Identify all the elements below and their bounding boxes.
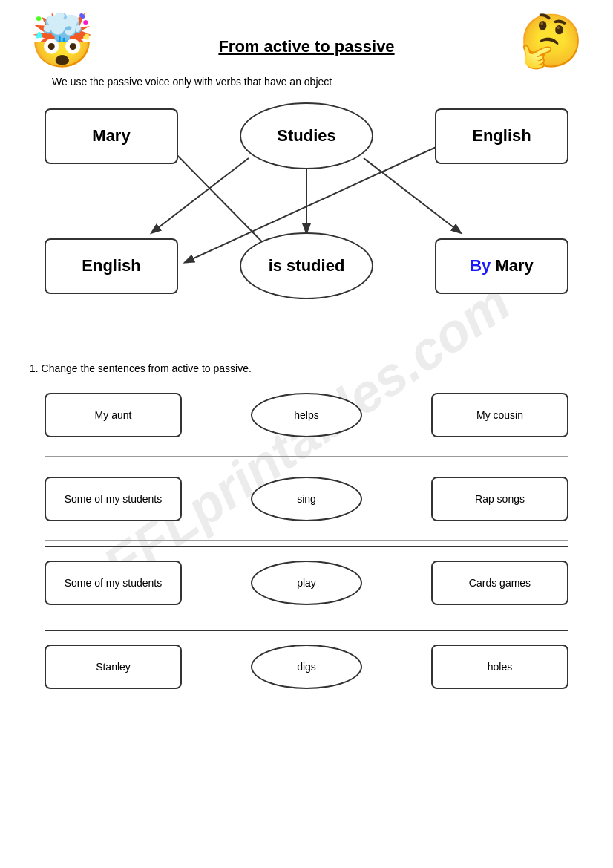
page-title: From active to passive	[94, 37, 519, 56]
mary-box: Mary	[45, 108, 178, 164]
answer-line-4	[45, 708, 568, 708]
subject-4: Stanley	[45, 645, 182, 689]
diagram-section: Mary Studies English English is studied	[30, 102, 583, 347]
separator-1	[45, 463, 568, 463]
emoji-left: 🤯	[30, 15, 94, 67]
verb-3: play	[251, 561, 362, 605]
subject-2: Some of my students	[45, 477, 182, 521]
top-row: Mary Studies English	[30, 102, 583, 169]
exercise-instruction: 1. Change the sentences from active to p…	[30, 362, 583, 374]
answer-line-1	[45, 456, 568, 457]
header: 🤯 From active to passive 🤔	[30, 15, 583, 67]
answer-line-2	[45, 540, 568, 541]
english-top-box: English	[435, 108, 568, 164]
subject-3: Some of my students	[45, 561, 182, 605]
verb-1: helps	[251, 393, 362, 437]
object-1: My cousin	[431, 393, 568, 437]
studies-oval: Studies	[240, 102, 373, 169]
sentence-row-1: My aunt helps My cousin	[30, 385, 583, 445]
sentence-row-3: Some of my students play Cards games	[30, 553, 583, 613]
verb-2: sing	[251, 477, 362, 521]
exercise-section: 1. Change the sentences from active to p…	[30, 362, 583, 708]
object-3: Cards games	[431, 561, 568, 605]
verb-4: digs	[251, 645, 362, 689]
subtitle-text: We use the passive voice only with verbs…	[30, 76, 583, 88]
answer-line-3	[45, 624, 568, 624]
svg-line-1	[364, 158, 460, 232]
title-area: From active to passive	[94, 15, 519, 56]
emoji-right: 🤔	[519, 15, 583, 67]
separator-3	[45, 630, 568, 631]
svg-line-2	[152, 158, 249, 232]
object-4: holes	[431, 645, 568, 689]
separator-2	[45, 546, 568, 547]
sentence-row-4: Stanley digs holes	[30, 637, 583, 696]
is-studied-oval: is studied	[240, 232, 373, 299]
bottom-row: English is studied By Mary	[30, 232, 583, 299]
object-2: Rap songs	[431, 477, 568, 521]
english-bottom-box: English	[45, 238, 178, 294]
by-mary-box: By Mary	[435, 238, 568, 294]
subject-1: My aunt	[45, 393, 182, 437]
sentence-row-2: Some of my students sing Rap songs	[30, 469, 583, 529]
